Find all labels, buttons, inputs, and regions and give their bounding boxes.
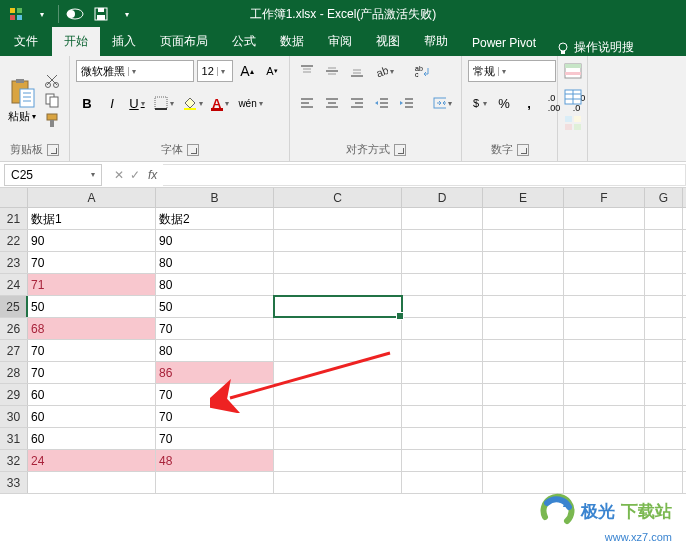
conditional-formatting-button[interactable] bbox=[561, 60, 585, 82]
row-header[interactable]: 33 bbox=[0, 472, 28, 493]
col-header-B[interactable]: B bbox=[156, 188, 274, 207]
cut-button[interactable] bbox=[42, 71, 62, 89]
decrease-indent-button[interactable] bbox=[371, 92, 393, 114]
cell[interactable] bbox=[645, 450, 683, 471]
cell[interactable]: 50 bbox=[156, 296, 274, 317]
cell[interactable]: 70 bbox=[156, 428, 274, 449]
cell[interactable] bbox=[645, 340, 683, 361]
cell[interactable] bbox=[564, 472, 645, 493]
cell[interactable] bbox=[28, 472, 156, 493]
cell[interactable] bbox=[483, 208, 564, 229]
cell[interactable] bbox=[274, 384, 402, 405]
cell[interactable] bbox=[483, 274, 564, 295]
col-header-E[interactable]: E bbox=[483, 188, 564, 207]
cell[interactable]: 70 bbox=[156, 384, 274, 405]
decrease-font-button[interactable]: A▾ bbox=[261, 60, 283, 82]
tab-view[interactable]: 视图 bbox=[364, 27, 412, 56]
cell[interactable]: 70 bbox=[156, 406, 274, 427]
cell[interactable] bbox=[483, 406, 564, 427]
font-size-combo[interactable]: 12▾ bbox=[197, 60, 233, 82]
cell[interactable] bbox=[274, 208, 402, 229]
cell[interactable]: 60 bbox=[28, 428, 156, 449]
cell[interactable]: 48 bbox=[156, 450, 274, 471]
border-button[interactable] bbox=[151, 92, 177, 114]
font-color-button[interactable]: A bbox=[209, 92, 232, 114]
cell[interactable]: 70 bbox=[156, 318, 274, 339]
cell[interactable] bbox=[402, 230, 483, 251]
cell[interactable] bbox=[156, 472, 274, 493]
cell[interactable] bbox=[402, 340, 483, 361]
save-icon[interactable] bbox=[89, 2, 113, 26]
align-bottom-button[interactable] bbox=[346, 60, 368, 82]
tab-review[interactable]: 审阅 bbox=[316, 27, 364, 56]
cell[interactable]: 50 bbox=[28, 296, 156, 317]
align-center-button[interactable] bbox=[321, 92, 343, 114]
tab-help[interactable]: 帮助 bbox=[412, 27, 460, 56]
cell[interactable] bbox=[402, 428, 483, 449]
tab-powerpivot[interactable]: Power Pivot bbox=[460, 30, 548, 56]
cell[interactable] bbox=[564, 252, 645, 273]
tab-data[interactable]: 数据 bbox=[268, 27, 316, 56]
cell[interactable] bbox=[402, 274, 483, 295]
wrap-text-button[interactable]: abc bbox=[411, 60, 435, 82]
fill-color-button[interactable] bbox=[180, 92, 206, 114]
row-header[interactable]: 21 bbox=[0, 208, 28, 229]
cell[interactable] bbox=[645, 362, 683, 383]
cell[interactable] bbox=[645, 296, 683, 317]
cancel-formula-button[interactable]: ✕ bbox=[114, 168, 124, 182]
row-header[interactable]: 32 bbox=[0, 450, 28, 471]
cell[interactable] bbox=[402, 362, 483, 383]
cell[interactable] bbox=[564, 428, 645, 449]
alignment-dialog-launcher[interactable] bbox=[394, 144, 406, 156]
font-dialog-launcher[interactable] bbox=[187, 144, 199, 156]
cell[interactable]: 71 bbox=[28, 274, 156, 295]
col-header-D[interactable]: D bbox=[402, 188, 483, 207]
cell[interactable] bbox=[274, 296, 402, 317]
underline-button[interactable]: U bbox=[126, 92, 148, 114]
cell[interactable] bbox=[274, 472, 402, 493]
orientation-button[interactable]: ab bbox=[371, 60, 397, 82]
cell[interactable] bbox=[483, 384, 564, 405]
tab-file[interactable]: 文件 bbox=[0, 27, 52, 56]
phonetic-button[interactable]: wén bbox=[235, 92, 265, 114]
cell[interactable]: 90 bbox=[28, 230, 156, 251]
align-middle-button[interactable] bbox=[321, 60, 343, 82]
enter-formula-button[interactable]: ✓ bbox=[130, 168, 140, 182]
col-header-C[interactable]: C bbox=[274, 188, 402, 207]
row-header[interactable]: 30 bbox=[0, 406, 28, 427]
format-painter-button[interactable] bbox=[42, 111, 62, 129]
cell[interactable] bbox=[483, 340, 564, 361]
cell[interactable] bbox=[564, 384, 645, 405]
row-header[interactable]: 27 bbox=[0, 340, 28, 361]
cell[interactable] bbox=[645, 252, 683, 273]
cell[interactable] bbox=[402, 296, 483, 317]
row-header[interactable]: 25 bbox=[0, 296, 28, 317]
cell[interactable]: 70 bbox=[28, 340, 156, 361]
cell[interactable] bbox=[402, 318, 483, 339]
row-header[interactable]: 26 bbox=[0, 318, 28, 339]
increase-font-button[interactable]: A▴ bbox=[236, 60, 258, 82]
tab-insert[interactable]: 插入 bbox=[100, 27, 148, 56]
increase-indent-button[interactable] bbox=[396, 92, 418, 114]
cell[interactable] bbox=[402, 406, 483, 427]
cell[interactable] bbox=[564, 450, 645, 471]
accounting-format-button[interactable]: $ bbox=[468, 92, 490, 114]
cell[interactable] bbox=[645, 230, 683, 251]
cell[interactable]: 数据2 bbox=[156, 208, 274, 229]
cell[interactable] bbox=[274, 252, 402, 273]
fx-label[interactable]: fx bbox=[148, 168, 157, 182]
row-header[interactable]: 23 bbox=[0, 252, 28, 273]
row-header[interactable]: 24 bbox=[0, 274, 28, 295]
cell[interactable] bbox=[274, 450, 402, 471]
cell[interactable] bbox=[564, 208, 645, 229]
cell[interactable]: 60 bbox=[28, 384, 156, 405]
autosave-icon[interactable] bbox=[63, 2, 87, 26]
clipboard-dialog-launcher[interactable] bbox=[47, 144, 59, 156]
cell[interactable] bbox=[402, 252, 483, 273]
bold-button[interactable]: B bbox=[76, 92, 98, 114]
align-right-button[interactable] bbox=[346, 92, 368, 114]
cell[interactable]: 68 bbox=[28, 318, 156, 339]
paste-button[interactable]: 粘贴▾ bbox=[6, 77, 38, 124]
color-icon[interactable] bbox=[4, 2, 28, 26]
cell[interactable] bbox=[564, 406, 645, 427]
